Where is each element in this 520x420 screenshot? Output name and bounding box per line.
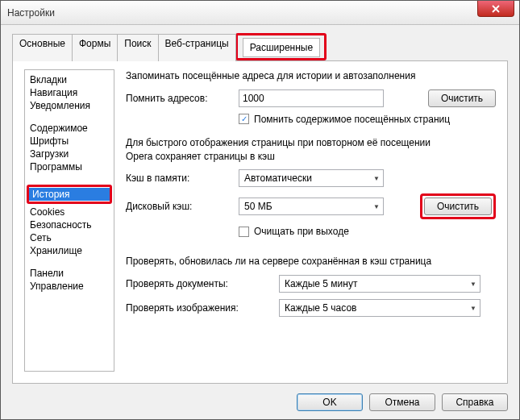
tab-main[interactable]: Основные <box>12 34 73 61</box>
tab-advanced-highlight: Расширенные <box>235 33 327 60</box>
sidebar-item-content[interactable]: Содержимое <box>25 122 114 135</box>
check-server-intro: Проверять, обновилась ли на сервере сохр… <box>126 255 496 268</box>
remember-addresses-row: Помнить адресов: Очистить <box>126 89 496 107</box>
sidebar-item-fonts[interactable]: Шрифты <box>25 135 114 148</box>
check-docs-label: Проверять документы: <box>126 278 271 289</box>
client-area: Основные Формы Поиск Веб-страницы Расшир… <box>1 25 519 384</box>
clear-disk-cache-button[interactable]: Очистить <box>424 198 492 215</box>
sidebar-item-management[interactable]: Управление <box>25 280 114 293</box>
close-icon <box>492 5 500 13</box>
content-area: Запоминать посещённые адреса для истории… <box>126 69 496 372</box>
tabstrip: Основные Формы Поиск Веб-страницы Расшир… <box>12 33 508 61</box>
chevron-down-icon: ▼ <box>470 305 476 312</box>
tab-panel: Вкладки Навигация Уведомления Содержимое… <box>12 61 508 384</box>
clear-on-exit-label: Очищать при выходе <box>254 226 349 237</box>
sidebar: Вкладки Навигация Уведомления Содержимое… <box>24 69 114 372</box>
window-title: Настройки <box>7 7 55 19</box>
history-intro-text: Запоминать посещённые адреса для истории… <box>126 69 496 83</box>
sidebar-item-storage[interactable]: Хранилище <box>25 244 114 257</box>
memory-cache-value: Автоматически <box>244 173 312 184</box>
clear-on-exit-row: Очищать при выходе <box>239 226 496 237</box>
checkbox-icon: ✓ <box>239 114 249 124</box>
clear-on-exit-check[interactable]: Очищать при выходе <box>239 226 349 237</box>
titlebar: Настройки <box>1 1 519 25</box>
tab-forms[interactable]: Формы <box>72 34 118 61</box>
tab-webpages[interactable]: Веб-страницы <box>158 34 236 61</box>
ok-button[interactable]: OK <box>297 393 363 411</box>
disk-cache-combo[interactable]: 50 МБ ▼ <box>239 198 384 215</box>
check-docs-combo[interactable]: Каждые 5 минут ▼ <box>279 275 480 293</box>
remember-addresses-input[interactable] <box>239 89 384 107</box>
sidebar-item-notifications[interactable]: Уведомления <box>25 99 114 112</box>
close-button[interactable] <box>477 1 514 17</box>
settings-window: Настройки Основные Формы Поиск Веб-стран… <box>0 0 520 420</box>
memory-cache-label: Кэш в памяти: <box>126 173 231 184</box>
sidebar-item-history-highlight: История <box>27 185 112 204</box>
check-imgs-label: Проверять изображения: <box>126 302 271 314</box>
sidebar-item-downloads[interactable]: Загрузки <box>25 148 114 160</box>
sidebar-item-navigation[interactable]: Навигация <box>25 86 114 99</box>
tab-search[interactable]: Поиск <box>117 34 158 61</box>
sidebar-item-network[interactable]: Сеть <box>25 231 114 244</box>
remember-content-check[interactable]: ✓ Помнить содержимое посещённых страниц <box>239 114 450 125</box>
sidebar-item-panels[interactable]: Панели <box>25 267 114 280</box>
check-imgs-row: Проверять изображения: Каждые 5 часов ▼ <box>126 299 496 317</box>
disk-cache-label: Дисковый кэш: <box>126 201 231 212</box>
chevron-down-icon: ▼ <box>373 203 380 210</box>
memory-cache-row: Кэш в памяти: Автоматически ▼ <box>126 169 496 187</box>
cache-intro-text: Для быстрого отображения страницы при по… <box>126 136 496 164</box>
disk-cache-value: 50 МБ <box>244 201 272 212</box>
sidebar-item-history[interactable]: История <box>29 188 110 201</box>
sidebar-item-tabs[interactable]: Вкладки <box>25 73 114 86</box>
sidebar-item-security[interactable]: Безопасность <box>25 218 114 231</box>
check-docs-value: Каждые 5 минут <box>285 278 357 289</box>
chevron-down-icon: ▼ <box>373 175 380 182</box>
check-imgs-value: Каждые 5 часов <box>285 302 356 314</box>
clear-disk-cache-highlight: Очистить <box>420 193 496 219</box>
help-button[interactable]: Справка <box>442 393 508 411</box>
checkbox-icon <box>239 227 249 237</box>
remember-content-row: ✓ Помнить содержимое посещённых страниц <box>239 114 496 125</box>
sidebar-item-programs[interactable]: Программы <box>25 160 114 173</box>
check-docs-row: Проверять документы: Каждые 5 минут ▼ <box>126 275 496 293</box>
dialog-footer: OK Отмена Справка <box>297 393 508 411</box>
remember-content-label: Помнить содержимое посещённых страниц <box>254 114 450 125</box>
cancel-button[interactable]: Отмена <box>369 393 435 411</box>
clear-addresses-button[interactable]: Очистить <box>428 89 496 107</box>
remember-addresses-label: Помнить адресов: <box>126 93 231 104</box>
memory-cache-combo[interactable]: Автоматически ▼ <box>239 169 384 187</box>
disk-cache-row: Дисковый кэш: 50 МБ ▼ Очистить <box>126 193 496 219</box>
chevron-down-icon: ▼ <box>470 281 476 288</box>
tab-advanced[interactable]: Расширенные <box>243 38 321 57</box>
check-imgs-combo[interactable]: Каждые 5 часов ▼ <box>279 299 480 317</box>
sidebar-item-cookies[interactable]: Cookies <box>25 206 114 218</box>
